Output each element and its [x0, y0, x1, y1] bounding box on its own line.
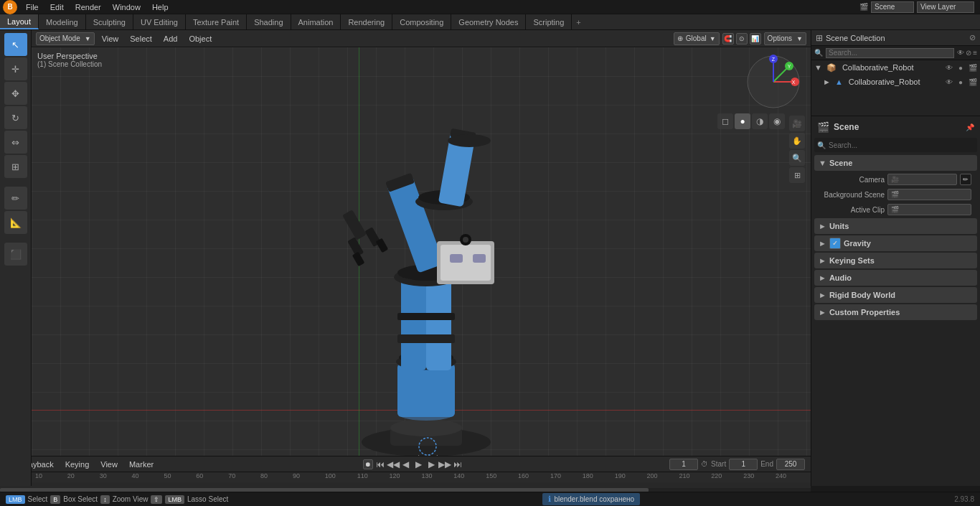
tab-layout[interactable]: Layout	[0, 14, 39, 29]
tool-annotate[interactable]: ✏	[4, 187, 27, 210]
tab-geometry-nodes[interactable]: Geometry Nodes	[451, 14, 526, 29]
props-search-input[interactable]	[829, 141, 974, 149]
tool-move[interactable]: ✥	[4, 82, 27, 105]
tab-scripting[interactable]: Scripting	[526, 14, 572, 29]
tl-keying-menu[interactable]: Keying	[62, 456, 93, 472]
outliner-item-collection[interactable]: ▼ 📦 Collaborative_Robot 👁 ● 🎬	[811, 60, 980, 75]
outliner-viewport-icon[interactable]: ●	[958, 64, 963, 72]
tool-scale[interactable]: ⇔	[4, 131, 27, 154]
tab-modeling[interactable]: Modeling	[39, 14, 86, 29]
record-btn[interactable]: ⏺	[363, 459, 373, 469]
tab-uv-editing[interactable]: UV Editing	[133, 14, 186, 29]
tab-compositing[interactable]: Compositing	[392, 14, 451, 29]
graph-btn[interactable]: 📊	[750, 33, 761, 44]
prev-frame-btn[interactable]: ◀	[400, 459, 412, 470]
outliner-robot-viewport[interactable]: ●	[958, 78, 963, 86]
viewport-grid-icon[interactable]: ⊞	[789, 167, 805, 183]
wireframe-btn[interactable]: ◻	[717, 113, 733, 129]
tab-animation[interactable]: Animation	[291, 14, 341, 29]
keying-sets-header[interactable]: ► Keying Sets	[814, 253, 977, 268]
transform-dropdown[interactable]: ⊕ Global ▼	[674, 32, 720, 45]
outliner-robot-eye[interactable]: 👁	[946, 78, 953, 86]
snap-toggle[interactable]: 🧲	[722, 33, 734, 44]
tool-box-transform[interactable]: ⬛	[4, 243, 27, 266]
outliner-robot-render[interactable]: 🎬	[969, 78, 977, 86]
viewport-camera-icon[interactable]: 🎥	[789, 116, 805, 131]
current-frame-input[interactable]: 1	[669, 459, 698, 470]
active-clip-row: Active Clip 🎬	[814, 202, 977, 217]
options-dropdown[interactable]: Options ▼	[764, 32, 806, 45]
tool-measure[interactable]: 📐	[4, 211, 27, 234]
scene-section-header[interactable]: ▼ Scene	[814, 155, 977, 171]
menu-window[interactable]: Window	[107, 0, 146, 14]
tl-view-menu[interactable]: View	[98, 456, 121, 472]
tool-select[interactable]: ↖	[4, 33, 27, 56]
outliner-view-toggle[interactable]: 👁	[957, 49, 964, 57]
add-workspace-btn[interactable]: +	[572, 18, 585, 27]
outliner-search-input[interactable]	[826, 48, 954, 58]
units-label: Units	[829, 222, 849, 230]
menu-file[interactable]: File	[20, 0, 44, 14]
viewport-menu-add[interactable]: Add	[159, 30, 182, 47]
rendered-btn[interactable]: ◉	[769, 113, 785, 129]
tab-texture-paint[interactable]: Texture Paint	[186, 14, 247, 29]
mode-selector[interactable]: Object Mode ▼	[36, 32, 95, 45]
tool-cursor[interactable]: ✛	[4, 57, 27, 80]
gravity-checkbox[interactable]: ✓	[829, 238, 841, 249]
audio-header[interactable]: ► Audio	[814, 270, 977, 286]
tl-marker-menu[interactable]: Marker	[126, 456, 156, 472]
gravity-section-header[interactable]: ► ✓ Gravity	[814, 235, 977, 251]
active-clip-value[interactable]: 🎬	[887, 204, 971, 215]
camera-edit-btn[interactable]: ✏	[960, 174, 971, 185]
viewport-zoom-icon[interactable]: 🔍	[789, 150, 805, 166]
play-btn[interactable]: ▶	[413, 459, 425, 470]
units-section-header[interactable]: ► Units	[814, 218, 977, 234]
tab-sculpting[interactable]: Sculpting	[86, 14, 133, 29]
viewport-menu-view[interactable]: View	[98, 30, 123, 47]
tab-shading[interactable]: Shading	[247, 14, 291, 29]
nav-gizmo[interactable]: X Y Z	[745, 53, 802, 111]
prev-keyframe-btn[interactable]: ◀◀	[387, 459, 399, 470]
outliner-sort-btn[interactable]: ≡	[973, 49, 977, 57]
viewport-3d[interactable]: User Perspective (1) Scene Collection X …	[32, 47, 811, 486]
timeline-track[interactable]	[0, 482, 811, 492]
rigid-body-header[interactable]: ► Rigid Body World	[814, 287, 977, 303]
frame-160: 160	[518, 472, 529, 479]
custom-props-header[interactable]: ► Custom Properties	[814, 304, 977, 320]
camera-row: Camera 🎥 ✏	[814, 172, 977, 187]
timeline-ruler[interactable]: 1 10 20 30 40 50 60 70 80 90 100 110 120…	[0, 472, 811, 482]
props-pin-icon[interactable]: 📌	[966, 123, 974, 131]
viewport-hand-icon[interactable]: ✋	[789, 133, 805, 149]
proportional-edit[interactable]: ⊙	[736, 33, 748, 44]
outliner-item-robot[interactable]: ► ▲ Collaborative_Robot 👁 ● 🎬	[811, 75, 980, 89]
scene-name-input[interactable]: Scene	[871, 1, 914, 13]
outliner-filter-btn[interactable]: ⊘	[969, 33, 976, 42]
rigid-body-label: Rigid Body World	[829, 291, 895, 299]
jump-end-btn[interactable]: ⏭	[452, 459, 463, 470]
bg-scene-value[interactable]: 🎬	[887, 189, 971, 200]
jump-start-btn[interactable]: ⏮	[374, 459, 386, 470]
camera-value[interactable]: 🎥	[887, 174, 957, 185]
material-preview-btn[interactable]: ◑	[752, 113, 768, 129]
next-keyframe-btn[interactable]: ▶▶	[439, 459, 451, 470]
outliner-eye-icon[interactable]: 👁	[946, 64, 953, 72]
view-layer-input[interactable]: View Layer	[917, 1, 974, 13]
menu-edit[interactable]: Edit	[44, 0, 70, 14]
version-label: 2.93.8	[954, 495, 974, 503]
menu-help[interactable]: Help	[146, 0, 174, 14]
status-select-key[interactable]: LMB	[6, 495, 25, 504]
viewport-menu-object[interactable]: Object	[184, 30, 216, 47]
outliner-filter-toggle[interactable]: ⊘	[966, 49, 971, 57]
start-frame-input[interactable]: 1	[729, 459, 758, 470]
frame-30: 30	[100, 472, 107, 479]
tool-rotate[interactable]: ↻	[4, 106, 27, 129]
tool-transform[interactable]: ⊞	[4, 155, 27, 178]
outliner-render-icon[interactable]: 🎬	[969, 64, 977, 72]
menu-render[interactable]: Render	[70, 0, 107, 14]
tab-rendering[interactable]: Rendering	[341, 14, 392, 29]
end-frame-input[interactable]: 250	[776, 459, 805, 470]
next-frame-btn[interactable]: ▶	[426, 459, 438, 470]
audio-section: ► Audio	[814, 270, 977, 286]
solid-shading-btn[interactable]: ●	[735, 113, 750, 129]
viewport-menu-select[interactable]: Select	[126, 30, 156, 47]
